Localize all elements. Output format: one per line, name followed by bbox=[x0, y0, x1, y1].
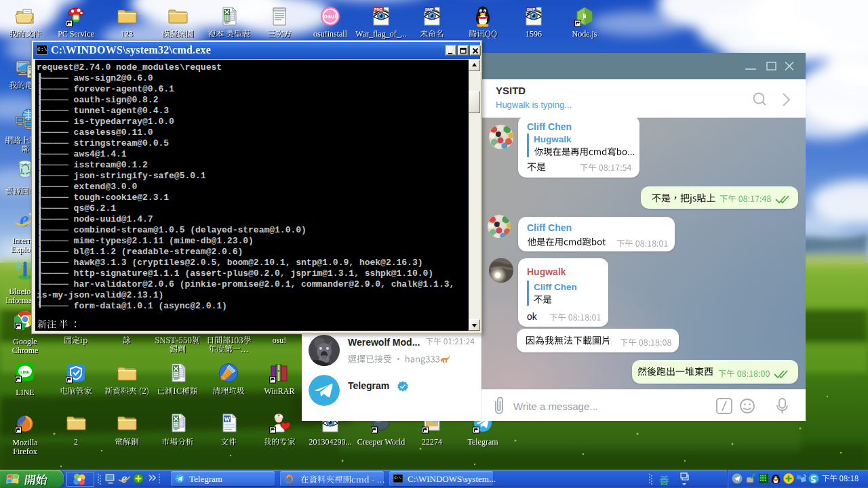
svg-text:BMP: BMP bbox=[527, 7, 536, 12]
svg-text:BMP: BMP bbox=[425, 7, 434, 12]
svg-text:C:\: C:\ bbox=[395, 476, 402, 481]
svg-text:PNG: PNG bbox=[374, 7, 382, 12]
svg-text:e: e bbox=[121, 471, 127, 485]
svg-text:LINE: LINE bbox=[20, 370, 30, 374]
svg-text:e: e bbox=[20, 209, 29, 230]
svg-text:osu!: osu! bbox=[324, 13, 337, 20]
